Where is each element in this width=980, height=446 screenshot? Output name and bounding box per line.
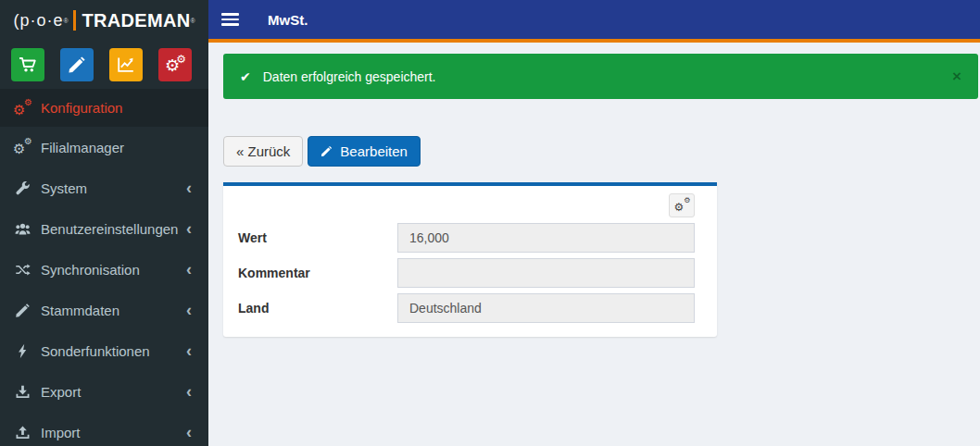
- gears-icon: ⚙⚙: [12, 139, 32, 155]
- logo-prefix: (p·o·e: [13, 11, 63, 31]
- chevron-left-icon: ‹: [186, 261, 192, 278]
- sidebar-item-filialmanager[interactable]: ⚙⚙ Filialmanager: [0, 127, 208, 167]
- back-button[interactable]: « Zurück: [223, 136, 303, 167]
- chart-icon: [117, 56, 135, 74]
- sidebar-item-benutzereinstellungen[interactable]: Benutzereinstellungen ‹: [0, 208, 208, 249]
- sidebar-item-label: Konfiguration: [41, 100, 192, 116]
- sidebar-item-konfiguration[interactable]: ⚙⚙ Konfiguration: [0, 89, 208, 127]
- sidebar-item-label: Benutzereinstellungen: [41, 221, 186, 237]
- form-row-kommentar: Kommentar: [238, 258, 695, 288]
- pencil-icon: [12, 303, 32, 318]
- cart-icon: [19, 56, 37, 74]
- chart-shortcut-button[interactable]: [109, 48, 143, 81]
- edit-button-label: Bearbeiten: [340, 143, 408, 159]
- upload-icon: [12, 425, 32, 440]
- close-icon[interactable]: ×: [950, 68, 963, 84]
- logo-divider: [73, 10, 76, 31]
- chevron-left-icon: ‹: [186, 424, 192, 440]
- sidebar-item-label: Sonderfunktionen: [41, 343, 186, 359]
- gears-icon: ⚙⚙: [674, 199, 690, 213]
- shortcut-buttons: ⚙⚙: [0, 41, 208, 89]
- sidebar-item-label: Export: [41, 384, 186, 400]
- app-logo[interactable]: (p·o·e® TRADEMAN®: [0, 0, 208, 41]
- sidebar-item-label: System: [41, 180, 186, 196]
- logo-registered-mark: ®: [63, 18, 68, 24]
- hamburger-icon[interactable]: [221, 6, 245, 33]
- edit-button[interactable]: Bearbeiten: [308, 136, 421, 167]
- sidebar-item-system[interactable]: System ‹: [0, 167, 208, 208]
- sidebar-item-stammdaten[interactable]: Stammdaten ‹: [0, 290, 208, 330]
- pencil-icon: [320, 145, 333, 157]
- toolbar: « Zurück Bearbeiten: [223, 136, 978, 167]
- sidebar-item-label: Synchronisation: [41, 262, 186, 278]
- land-label: Land: [238, 301, 397, 316]
- app-name: TRADEMAN: [82, 10, 191, 31]
- detail-panel: ⚙⚙ Wert Kommentar Land: [223, 182, 717, 337]
- page-title: MwSt.: [268, 12, 308, 28]
- shuffle-icon: [12, 262, 32, 278]
- pencil-icon: [68, 56, 86, 74]
- wrench-icon: [12, 180, 32, 196]
- check-icon: ✔: [240, 69, 251, 84]
- chevron-left-icon: ‹: [186, 383, 192, 400]
- chevron-left-icon: ‹: [186, 342, 192, 359]
- wert-label: Wert: [238, 230, 397, 245]
- logo-trademark: ®: [190, 18, 195, 24]
- kommentar-field[interactable]: [397, 258, 695, 288]
- app-root: (p·o·e® TRADEMAN® ⚙⚙ ⚙⚙ Konfig: [0, 0, 980, 446]
- sidebar-item-label: Stammdaten: [41, 303, 186, 318]
- chevron-left-icon: ‹: [186, 180, 192, 196]
- sidebar-item-synchronisation[interactable]: Synchronisation ‹: [0, 249, 208, 290]
- sidebar-item-sonderfunktionen[interactable]: Sonderfunktionen ‹: [0, 330, 208, 371]
- wert-field[interactable]: [397, 223, 695, 253]
- success-alert: ✔ Daten erfolgreich gespeichert. ×: [223, 54, 978, 99]
- form-row-wert: Wert: [238, 223, 695, 253]
- sidebar-item-export[interactable]: Export ‹: [0, 371, 208, 412]
- bolt-icon: [12, 343, 32, 359]
- sidebar-item-label: Import: [41, 425, 186, 440]
- gears-icon: ⚙⚙: [165, 56, 185, 74]
- content-area: ✔ Daten erfolgreich gespeichert. × « Zur…: [208, 43, 980, 446]
- sidebar-menu: ⚙⚙ Konfiguration ⚙⚙ Filialmanager System…: [0, 89, 208, 446]
- chevron-left-icon: ‹: [186, 220, 192, 237]
- alert-message: Daten erfolgreich gespeichert.: [263, 69, 436, 84]
- sidebar: (p·o·e® TRADEMAN® ⚙⚙ ⚙⚙ Konfig: [0, 0, 208, 446]
- gears-shortcut-button[interactable]: ⚙⚙: [158, 48, 192, 81]
- cart-shortcut-button[interactable]: [11, 48, 44, 81]
- panel-toolbar: ⚙⚙: [238, 193, 695, 217]
- gears-icon: ⚙⚙: [12, 100, 32, 117]
- panel-settings-button[interactable]: ⚙⚙: [669, 193, 695, 217]
- download-icon: [12, 384, 32, 400]
- pencil-shortcut-button[interactable]: [60, 48, 94, 81]
- kommentar-label: Kommentar: [238, 266, 397, 280]
- form-row-land: Land: [238, 293, 695, 323]
- sidebar-item-import[interactable]: Import ‹: [0, 412, 208, 446]
- land-field[interactable]: [397, 293, 695, 323]
- sidebar-item-label: Filialmanager: [41, 140, 192, 155]
- top-navbar: MwSt.: [208, 0, 980, 43]
- users-icon: [12, 221, 32, 237]
- chevron-left-icon: ‹: [186, 302, 192, 318]
- main-area: MwSt. ✔ Daten erfolgreich gespeichert. ×…: [208, 0, 980, 446]
